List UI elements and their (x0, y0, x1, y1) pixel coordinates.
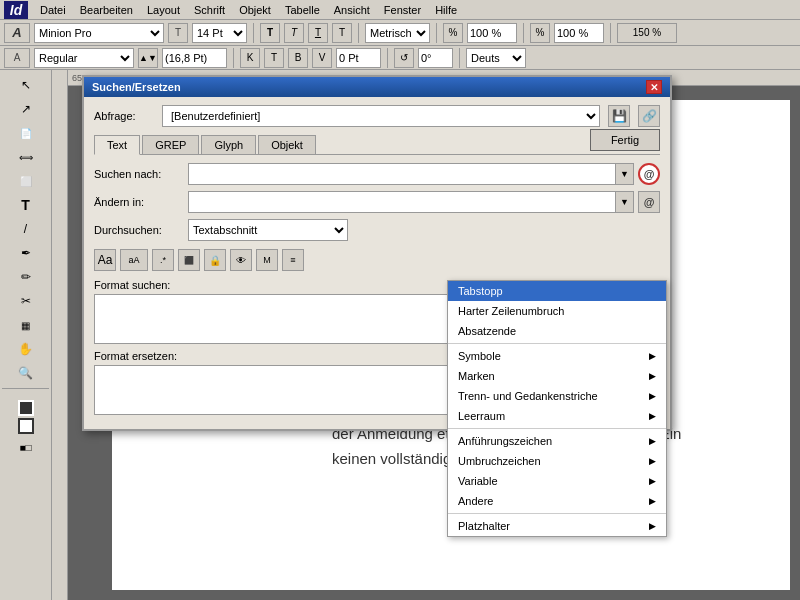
durchsuchen-select[interactable]: Textabschnitt (188, 219, 348, 241)
menu-tabelle[interactable]: Tabelle (279, 2, 326, 18)
select-tool[interactable]: ↖ (15, 74, 37, 96)
dropdown-item-umbruch-label: Umbruchzeichen (458, 455, 541, 467)
menu-schrift[interactable]: Schrift (188, 2, 231, 18)
dropdown-item-absatzende[interactable]: Absatzende (448, 321, 666, 341)
font-name-select[interactable]: Minion Pro (34, 23, 164, 43)
search-master-icon[interactable]: M (256, 249, 278, 271)
page-tool[interactable]: 📄 (15, 122, 37, 144)
rotation-input[interactable] (418, 48, 453, 68)
dropdown-item-trenn-label: Trenn- und Gedankenstriche (458, 390, 598, 402)
dropdown-item-trenn[interactable]: Trenn- und Gedankenstriche ▶ (448, 386, 666, 406)
dropdown-divider-2 (448, 428, 666, 429)
dropdown-item-symbole[interactable]: Symbole ▶ (448, 346, 666, 366)
tab-glyph[interactable]: Glyph (201, 135, 256, 154)
regex-icon[interactable]: .* (152, 249, 174, 271)
baseline-icon: B (288, 48, 308, 68)
style-select[interactable]: Regular (34, 48, 134, 68)
fertig-button[interactable]: Fertig (590, 129, 660, 151)
hand-tool[interactable]: ✋ (15, 338, 37, 360)
dropdown-item-andere[interactable]: Andere ▶ (448, 491, 666, 511)
track-icon: T (264, 48, 284, 68)
size-pt-input[interactable] (162, 48, 227, 68)
line-tool[interactable]: / (15, 218, 37, 240)
divider-1 (253, 23, 254, 43)
tab-text[interactable]: Text (94, 135, 140, 155)
search-layer-icon[interactable]: ⬛ (178, 249, 200, 271)
search-hidden-icon[interactable]: 👁 (230, 249, 252, 271)
search-nach-row: Suchen nach: ▼ @ (94, 163, 660, 185)
dropdown-item-andere-label: Andere (458, 495, 493, 507)
case-icon[interactable]: Aa (94, 249, 116, 271)
dropdown-item-marken[interactable]: Marken ▶ (448, 366, 666, 386)
italic-btn[interactable]: T (284, 23, 304, 43)
dropdown-item-absatzende-label: Absatzende (458, 325, 516, 337)
tab-grep[interactable]: GREP (142, 135, 199, 154)
search-all-icon[interactable]: ≡ (282, 249, 304, 271)
menu-objekt[interactable]: Objekt (233, 2, 277, 18)
aendern-dropdown-btn[interactable]: ▼ (616, 191, 634, 213)
strikethrough-btn[interactable]: T (332, 23, 352, 43)
style-label: A (4, 48, 30, 68)
divider-8 (459, 48, 460, 68)
pt-input[interactable] (336, 48, 381, 68)
aendern-input-area: ▼ (188, 191, 634, 213)
dropdown-item-variable[interactable]: Variable ▶ (448, 471, 666, 491)
scissors-tool[interactable]: ✂ (15, 290, 37, 312)
menu-hilfe[interactable]: Hilfe (429, 2, 463, 18)
tab-objekt[interactable]: Objekt (258, 135, 316, 154)
chain-icon-btn[interactable]: 🔗 (638, 105, 660, 127)
platzhalter-arrow: ▶ (649, 521, 656, 531)
underline-btn[interactable]: T (308, 23, 328, 43)
fill-color[interactable] (18, 400, 34, 416)
symbole-arrow: ▶ (649, 351, 656, 361)
menu-bearbeiten[interactable]: Bearbeiten (74, 2, 139, 18)
unit-select[interactable]: Metrisch (365, 23, 430, 43)
stroke-color[interactable] (18, 418, 34, 434)
tabs-row: Text GREP Glyph Objekt (94, 135, 660, 155)
scale-input-2[interactable] (554, 23, 604, 43)
divider-2 (358, 23, 359, 43)
color-mode[interactable]: ■□ (15, 436, 37, 458)
gap-tool[interactable]: ⟺ (15, 146, 37, 168)
scale-input-1[interactable] (467, 23, 517, 43)
menu-ansicht[interactable]: Ansicht (328, 2, 376, 18)
aendern-special-btn[interactable]: @ (638, 191, 660, 213)
search-dropdown-btn[interactable]: ▼ (616, 163, 634, 185)
divider-6 (233, 48, 234, 68)
menu-datei[interactable]: Datei (34, 2, 72, 18)
canvas-area: 65707580859095100105110 ie Einführung rf… (52, 70, 800, 600)
dropdown-item-leerraum[interactable]: Leerraum ▶ (448, 406, 666, 426)
menu-items: Datei Bearbeiten Layout Schrift Objekt T… (34, 2, 463, 18)
query-label: Abfrage: (94, 110, 154, 122)
search-input[interactable] (188, 163, 616, 185)
dropdown-item-anfuehrung[interactable]: Anführungszeichen ▶ (448, 431, 666, 451)
frame-tool[interactable]: ⬜ (15, 170, 37, 192)
query-select[interactable]: [Benutzerdefiniert] (162, 105, 600, 127)
dropdown-item-platzhalter[interactable]: Platzhalter ▶ (448, 516, 666, 536)
dropdown-item-zeilenumbruch[interactable]: Harter Zeilenumbruch (448, 301, 666, 321)
dropdown-item-umbruch[interactable]: Umbruchzeichen ▶ (448, 451, 666, 471)
menu-layout[interactable]: Layout (141, 2, 186, 18)
zoom-tool[interactable]: 🔍 (15, 362, 37, 384)
aendern-input[interactable] (188, 191, 616, 213)
scale-icon: % (530, 23, 550, 43)
lang-select[interactable]: Deuts (466, 48, 526, 68)
divider-3 (436, 23, 437, 43)
search-locked-icon[interactable]: 🔒 (204, 249, 226, 271)
whole-word-icon[interactable]: aA (120, 249, 148, 271)
dropdown-item-zeilenumbruch-label: Harter Zeilenumbruch (458, 305, 564, 317)
font-type-icon: A (4, 23, 30, 43)
type-tool[interactable]: T (15, 194, 37, 216)
pencil-tool[interactable]: ✏ (15, 266, 37, 288)
font-size-select[interactable]: 14 Pt (192, 23, 247, 43)
bold-btn[interactable]: T (260, 23, 280, 43)
dialog-close-btn[interactable]: ✕ (646, 80, 662, 94)
direct-select-tool[interactable]: ↗ (15, 98, 37, 120)
gradient-tool[interactable]: ▦ (15, 314, 37, 336)
dropdown-item-tabstopp[interactable]: Tabstopp (448, 281, 666, 301)
special-char-btn[interactable]: @ (638, 163, 660, 185)
anfuehrung-arrow: ▶ (649, 436, 656, 446)
menu-fenster[interactable]: Fenster (378, 2, 427, 18)
pen-tool[interactable]: ✒ (15, 242, 37, 264)
save-query-btn[interactable]: 💾 (608, 105, 630, 127)
